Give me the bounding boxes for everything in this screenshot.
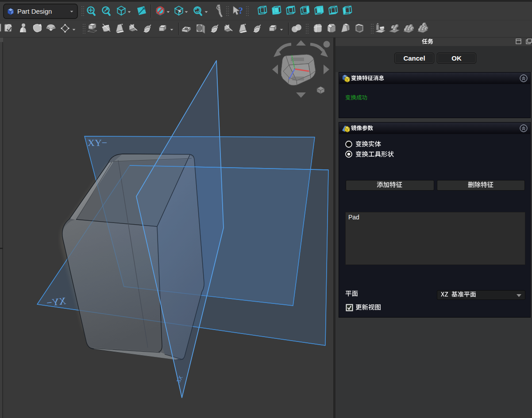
svg-text:?: ?: [239, 6, 243, 15]
svg-text:Part Design: Part Design: [17, 8, 52, 15]
svg-text:XY−: XY−: [46, 295, 67, 308]
svg-text:XY−: XY−: [88, 137, 107, 148]
